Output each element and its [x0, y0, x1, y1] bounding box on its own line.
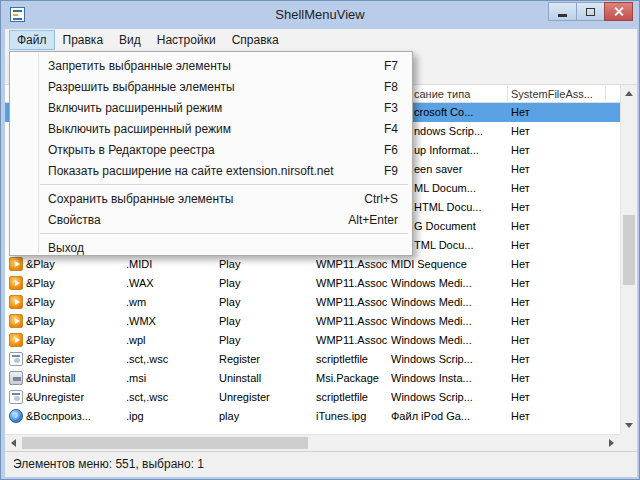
scroll-right-button[interactable] [603, 435, 620, 451]
menu-item-shortcut: Alt+Enter [328, 213, 398, 227]
cell-menu-name: &Play [26, 277, 55, 289]
menubar-item-options[interactable]: Настройки [149, 30, 224, 50]
horizontal-scroll-thumb[interactable] [22, 437, 308, 449]
scroll-left-button[interactable] [5, 435, 22, 451]
menu-item-shortcut: F4 [364, 122, 398, 136]
minimize-button[interactable] [548, 2, 577, 21]
menu-item-show-extension-website[interactable]: Показать расширение на сайте extension.n… [10, 160, 412, 181]
cell-type-description: Windows Insta... [391, 372, 509, 384]
cell-system-file: Нет [511, 372, 530, 384]
app-window: ShellMenuView Файл Правка Вид Настройки … [0, 0, 640, 480]
cell-system-file: Нет [511, 144, 530, 156]
table-row[interactable]: &Воспроиз... .ipg play iTunes.ipg Файл i… [5, 407, 620, 426]
menu-item-open-in-regedit[interactable]: Открыть в Редакторе реестра F6 [10, 139, 412, 160]
table-row[interactable]: &Play .WAX Play WMP11.Assoc... Windows M… [5, 274, 620, 293]
menubar-item-file[interactable]: Файл [9, 30, 55, 50]
column-divider[interactable] [507, 86, 508, 101]
cell-system-file: Нет [511, 239, 530, 251]
table-row[interactable]: &Play .wm Play WMP11.Assoc... Windows Me… [5, 293, 620, 312]
arrow-right-icon [609, 439, 614, 447]
table-row[interactable]: &Play .WMX Play WMP11.Assoc... Windows M… [5, 312, 620, 331]
cell-title: play [219, 410, 239, 422]
cell-file-class: WMP11.Assoc... [316, 277, 388, 289]
menu-item-shortcut: F6 [364, 143, 398, 157]
cell-title: Play [219, 258, 240, 270]
cell-file-class: WMP11.Assoc... [316, 334, 388, 346]
menubar-item-edit[interactable]: Правка [55, 30, 112, 50]
arrow-down-icon [625, 423, 633, 428]
cell-title: Play [219, 334, 240, 346]
cell-type-description: ML Docum... [414, 182, 476, 194]
cell-file-class: Msi.Package [316, 372, 388, 384]
cell-title: Play [219, 277, 240, 289]
cell-type-description: Windows Medi... [391, 315, 509, 327]
scriptlet-icon [9, 352, 23, 366]
cell-menu-name: &Play [26, 334, 55, 346]
table-row[interactable]: &Register .sct,.wsc Register scriptletfi… [5, 350, 620, 369]
cell-type-description: crosoft Co... [414, 106, 473, 118]
menu-item-save-selected[interactable]: Сохранить выбранные элементы Ctrl+S [10, 188, 412, 209]
arrow-left-icon [11, 439, 16, 447]
cell-extension: .WAX [126, 277, 154, 289]
cell-title: Register [219, 353, 260, 365]
menu-item-label: Включить расширенный режим [48, 101, 222, 115]
maximize-button[interactable] [576, 2, 605, 21]
cell-menu-name: &Play [26, 258, 55, 270]
menubar-item-view[interactable]: Вид [111, 30, 149, 50]
cell-file-class: WMP11.Assoc... [316, 296, 388, 308]
cell-extension: .WMX [126, 315, 156, 327]
cell-type-description: Windows Scrip... [391, 391, 509, 403]
menu-item-enable-selected[interactable]: Разрешить выбранные элементы F8 [10, 76, 412, 97]
cell-file-class: scriptletfile [316, 353, 388, 365]
cell-type-description: Windows Medi... [391, 334, 509, 346]
column-header-systemfileass[interactable]: SystemFileAss... [511, 88, 593, 100]
close-button[interactable] [604, 2, 633, 21]
menu-bar: Файл Правка Вид Настройки Справка [5, 29, 637, 51]
cell-menu-name: &Play [26, 315, 55, 327]
menu-item-shortcut: Ctrl+S [344, 192, 398, 206]
cell-system-file: Нет [511, 391, 530, 403]
table-row[interactable]: &Unregister .sct,.wsc Unregister scriptl… [5, 388, 620, 407]
table-row[interactable]: &Uninstall .msi Uninstall Msi.Package Wi… [5, 369, 620, 388]
cell-system-file: Нет [511, 315, 530, 327]
menu-item-disable-selected[interactable]: Запретить выбранные элементы F7 [10, 55, 412, 76]
menu-item-exit[interactable]: Выход [10, 237, 412, 258]
cell-system-file: Нет [511, 182, 530, 194]
cell-system-file: Нет [511, 125, 530, 137]
maximize-icon [586, 8, 595, 16]
close-icon [613, 6, 624, 17]
cell-extension: .sct,.wsc [126, 391, 168, 403]
scroll-up-button[interactable] [621, 85, 637, 102]
cell-system-file: Нет [511, 353, 530, 365]
cell-system-file: Нет [511, 106, 530, 118]
menu-item-shortcut: F3 [364, 101, 398, 115]
title-bar[interactable]: ShellMenuView [1, 1, 639, 28]
cell-type-description: up Informat... [414, 144, 479, 156]
cell-type-description: TML Docu... [414, 239, 474, 251]
menu-item-enable-extended-mode[interactable]: Включить расширенный режим F3 [10, 97, 412, 118]
horizontal-scrollbar[interactable] [5, 434, 620, 451]
cell-menu-name: &Unregister [26, 391, 84, 403]
msi-package-icon [9, 371, 23, 385]
cell-type-description: Windows Medi... [391, 277, 509, 289]
vertical-scroll-thumb[interactable] [623, 215, 635, 285]
window-title: ShellMenuView [1, 7, 639, 22]
menu-item-properties[interactable]: Свойства Alt+Enter [10, 209, 412, 230]
file-menu-dropdown: Запретить выбранные элементы F7 Разрешит… [9, 51, 413, 256]
table-row[interactable]: &Play .wpl Play WMP11.Assoc... Windows M… [5, 331, 620, 350]
scroll-down-button[interactable] [621, 417, 637, 434]
column-divider[interactable] [605, 86, 606, 101]
menu-item-disable-extended-mode[interactable]: Выключить расширенный режим F4 [10, 118, 412, 139]
client-area: Файл Правка Вид Настройки Справка сание … [5, 29, 637, 477]
menu-item-label: Выключить расширенный режим [48, 122, 231, 136]
cell-extension: .ipg [126, 410, 144, 422]
cell-system-file: Нет [511, 277, 530, 289]
cell-extension: .wm [126, 296, 146, 308]
vertical-scrollbar[interactable] [620, 85, 637, 434]
menu-item-label: Сохранить выбранные элементы [48, 192, 233, 206]
column-header-type-description[interactable]: сание типа [414, 88, 470, 100]
itunes-icon [9, 409, 23, 423]
menu-item-label: Открыть в Редакторе реестра [48, 143, 215, 157]
menubar-item-help[interactable]: Справка [224, 30, 287, 50]
cell-menu-name: &Uninstall [26, 372, 76, 384]
